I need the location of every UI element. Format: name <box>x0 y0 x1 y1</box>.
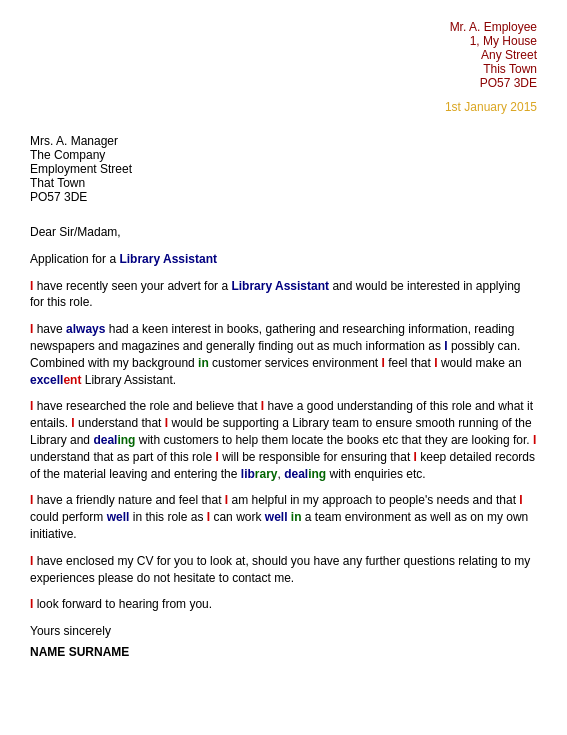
letter-date: 1st January 2015 <box>30 100 537 114</box>
p1-highlight1: Library Assistant <box>231 279 329 293</box>
p4-well1: well <box>107 510 130 524</box>
p4-text3: could perform <box>30 510 107 524</box>
p4-text5: can work <box>210 510 265 524</box>
recipient-address1: Employment Street <box>30 162 537 176</box>
subject-text: Application for a <box>30 252 119 266</box>
p2-text5: feel that <box>385 356 434 370</box>
p4-in: in <box>291 510 302 524</box>
p2-text7: Library Assistant. <box>81 373 176 387</box>
recipient-town: That Town <box>30 176 537 190</box>
salutation: Dear Sir/Madam, <box>30 224 537 241</box>
p3-text5: with customers to help them locate the b… <box>135 433 533 447</box>
sender-name: Mr. A. Employee <box>30 20 537 34</box>
p4-text2: am helpful in my approach to people's ne… <box>228 493 519 507</box>
p3-text7: will be responsible for ensuring that <box>219 450 414 464</box>
sender-address2: Any Street <box>30 48 537 62</box>
p3-lib: lib <box>241 467 255 481</box>
sender-postcode: PO57 3DE <box>30 76 537 90</box>
recipient-postcode: PO57 3DE <box>30 190 537 204</box>
p2-always: always <box>66 322 105 336</box>
p4-text4: in this role as <box>129 510 206 524</box>
p1-text: have recently seen your advert for a <box>33 279 231 293</box>
p3-i5: I <box>533 433 536 447</box>
p6-text: look forward to hearing from you. <box>33 597 212 611</box>
paragraph-6: I look forward to hearing from you. <box>30 596 537 613</box>
p3-text3: understand that <box>75 416 165 430</box>
p2-in: in <box>198 356 209 370</box>
recipient-company: The Company <box>30 148 537 162</box>
p3-text10: with enquiries etc. <box>326 467 425 481</box>
p4-well2: well <box>265 510 288 524</box>
paragraph-3: I have researched the role and believe t… <box>30 398 537 482</box>
p3-ing1: ing <box>117 433 135 447</box>
p3-ing2: ing <box>308 467 326 481</box>
p2-excell: excell <box>30 373 63 387</box>
paragraph-2: I have always had a keen interest in boo… <box>30 321 537 388</box>
paragraph-5: I have enclosed my CV for you to look at… <box>30 553 537 587</box>
paragraph-4: I have a friendly nature and feel that I… <box>30 492 537 542</box>
p5-text: have enclosed my CV for you to look at, … <box>30 554 530 585</box>
recipient-address: Mrs. A. Manager The Company Employment S… <box>30 134 537 204</box>
p4-text1: have a friendly nature and feel that <box>33 493 224 507</box>
p3-rary: rary <box>255 467 278 481</box>
p4-i3: I <box>519 493 522 507</box>
sender-address: Mr. A. Employee 1, My House Any Street T… <box>30 20 537 90</box>
p3-text6: understand that as part of this role <box>30 450 215 464</box>
subject-line: Application for a Library Assistant <box>30 251 537 268</box>
p2-text4: customer services environment <box>209 356 382 370</box>
p3-text1: have researched the role and believe tha… <box>33 399 260 413</box>
p2-text1: have <box>33 322 66 336</box>
p2-ent: ent <box>63 373 81 387</box>
sender-address1: 1, My House <box>30 34 537 48</box>
p2-text6: would make an <box>438 356 522 370</box>
paragraph-1: I have recently seen your advert for a L… <box>30 278 537 312</box>
closing: Yours sincerely <box>30 623 537 640</box>
p3-deal1: deal <box>93 433 117 447</box>
recipient-name: Mrs. A. Manager <box>30 134 537 148</box>
signature: NAME SURNAME <box>30 645 537 659</box>
sender-address3: This Town <box>30 62 537 76</box>
p3-deal2: deal <box>284 467 308 481</box>
subject-highlight: Library Assistant <box>119 252 217 266</box>
